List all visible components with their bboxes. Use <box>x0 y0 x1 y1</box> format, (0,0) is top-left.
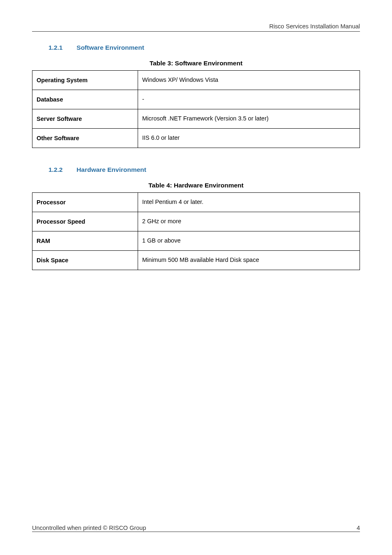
table-row: Disk Space Minimum 500 MB available Hard… <box>32 251 360 270</box>
table-row: Processor Intel Pentium 4 or later. <box>32 193 360 212</box>
section-heading-software: 1.2.1 Software Environment <box>32 44 360 51</box>
table-software-environment: Operating System Windows XP/ Windows Vis… <box>32 70 360 148</box>
cell-label: Disk Space <box>32 251 138 270</box>
page-footer: Uncontrolled when printed © RISCO Group … <box>32 525 360 532</box>
table-row: Other Software IIS 6.0 or later <box>32 129 360 148</box>
document-title: Risco Services Installation Manual <box>32 23 360 30</box>
cell-value: Windows XP/ Windows Vista <box>138 71 360 90</box>
cell-value: Minimum 500 MB available Hard Disk space <box>138 251 360 270</box>
cell-value: - <box>138 90 360 109</box>
table-row: Database - <box>32 90 360 109</box>
table-caption-3: Table 3: Software Environment <box>32 60 360 67</box>
table-hardware-environment: Processor Intel Pentium 4 or later. Proc… <box>32 192 360 270</box>
cell-value: 1 GB or above <box>138 231 360 251</box>
footer-copyright: Uncontrolled when printed © RISCO Group <box>32 525 146 531</box>
table-row: RAM 1 GB or above <box>32 231 360 251</box>
table-row: Server Software Microsoft .NET Framework… <box>32 109 360 129</box>
cell-value: 2 GHz or more <box>138 212 360 231</box>
cell-value: Microsoft .NET Framework (Version 3.5 or… <box>138 109 360 129</box>
cell-label: RAM <box>32 231 138 251</box>
cell-label: Other Software <box>32 129 138 148</box>
cell-label: Operating System <box>32 71 138 90</box>
cell-label: Processor <box>32 193 138 212</box>
table-caption-4: Table 4: Hardware Environment <box>32 182 360 189</box>
cell-label: Server Software <box>32 109 138 129</box>
section-heading-hardware: 1.2.2 Hardware Environment <box>32 166 360 173</box>
section-number: 1.2.1 <box>48 44 75 51</box>
cell-label: Database <box>32 90 138 109</box>
cell-value: IIS 6.0 or later <box>138 129 360 148</box>
section-title: Hardware Environment <box>76 166 146 173</box>
cell-label: Processor Speed <box>32 212 138 231</box>
table-row: Processor Speed 2 GHz or more <box>32 212 360 231</box>
page-header: Risco Services Installation Manual <box>32 23 360 32</box>
section-title: Software Environment <box>76 44 144 51</box>
cell-value: Intel Pentium 4 or later. <box>138 193 360 212</box>
table-row: Operating System Windows XP/ Windows Vis… <box>32 71 360 90</box>
page-number: 4 <box>357 525 360 531</box>
section-number: 1.2.2 <box>48 166 75 173</box>
